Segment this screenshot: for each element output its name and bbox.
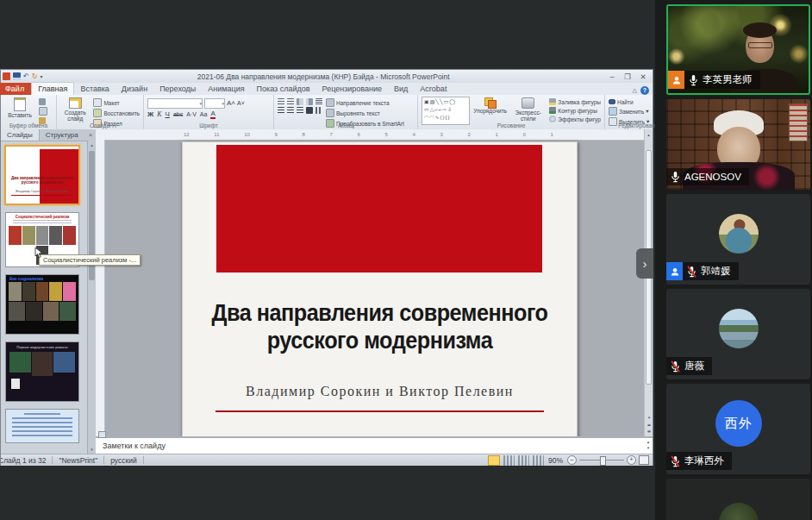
align-center-icon[interactable] [287,107,294,114]
status-language: русский [104,456,143,465]
participant-tile-4[interactable]: 唐薇 [666,289,810,379]
font-name-combo[interactable] [147,98,203,109]
change-case-button[interactable]: Aa [200,110,208,119]
slideshow-view-icon[interactable] [532,455,544,466]
tab-acrobat[interactable]: Acrobat [414,83,453,95]
tab-transitions[interactable]: Переходы [153,83,202,95]
italic-button[interactable]: К [157,110,161,119]
paste-button[interactable]: Вставить [4,97,35,122]
participant-tile-6[interactable] [666,479,810,520]
slide-sorter-view-icon[interactable] [503,455,515,466]
bullets-icon[interactable] [278,98,284,105]
shrink-font-icon[interactable]: A˅ [237,99,245,108]
participant-tile-5[interactable]: 西外 李琳西外 [666,384,810,474]
slide-thumbnail-5[interactable] [5,409,79,443]
participant-tile-1[interactable]: 李英男老师 [666,4,810,95]
slide-subtitle[interactable]: Владимир Сорокин и Виктор Пелевин [193,384,566,399]
tab-insert[interactable]: Вставка [74,83,115,95]
redo-icon[interactable]: ↻ [32,72,38,80]
minimize-button[interactable]: – [604,72,620,82]
title-bar[interactable]: ↶ ↻ ▾ 2021-06 Два направления модернизма… [1,70,653,83]
grow-font-icon[interactable]: A˄ [227,99,235,108]
replace-button[interactable]: Заменить ▾ [609,107,649,116]
undo-icon[interactable]: ↶ [23,72,29,80]
participant-name: 李琳西外 [684,454,724,467]
notes-placeholder[interactable]: Заметки к слайду [103,442,166,450]
font-size-combo[interactable] [204,98,225,109]
pane-splitter-grip[interactable] [98,431,106,438]
expand-panel-button[interactable]: › [636,248,653,279]
slide-title[interactable]: Два направления современного русского мо… [198,298,560,354]
quick-styles-button[interactable]: Экспресс-стили [510,97,546,122]
zoom-slider[interactable] [579,460,624,460]
fit-to-window-icon[interactable] [639,455,649,465]
participant-tile-2[interactable]: AGENOSOV [666,99,810,190]
zoom-out-button[interactable]: – [567,455,577,465]
help-icon[interactable]: ? [640,86,649,95]
normal-view-icon[interactable] [488,455,500,466]
cut-icon[interactable] [39,98,46,105]
scroll-down-icon[interactable]: ▾ [645,414,653,421]
shapes-gallery[interactable]: ▣▨╲╲▭◯▭△⌐⌐⇨⇩◠◠∿(){} [422,97,470,125]
arrange-button[interactable]: Упорядочить [473,97,507,122]
previous-slide-button[interactable]: ▴▴ [645,421,653,428]
tab-animations[interactable]: Анимация [202,83,250,95]
collapse-ribbon-icon[interactable]: △ [633,87,637,94]
save-icon[interactable] [13,72,21,80]
font-color-button[interactable]: A [210,110,215,119]
columns-icon[interactable] [315,107,322,114]
new-slide-icon [69,97,82,109]
main-scrollbar[interactable]: ▴ ▾ ▴▴ ▾▾ [644,129,653,436]
tab-slideshow[interactable]: Показ слайдов [251,83,316,95]
reading-view-icon[interactable] [517,455,529,466]
participant-tile-3[interactable]: 郭靖媛 [666,194,810,285]
align-right-icon[interactable] [297,107,303,114]
pane-tab-slides[interactable]: Слайды [1,129,40,141]
notes-pane[interactable]: Заметки к слайду ▴▾ [96,436,653,455]
shape-fill-button[interactable]: Заливка фигуры [549,98,601,105]
line-spacing-icon[interactable] [315,98,322,105]
pane-close-icon[interactable]: × [84,129,97,141]
tab-view[interactable]: Вид [388,83,414,95]
scroll-down-icon[interactable]: ▾ [88,445,96,454]
tab-home[interactable]: Главная [31,82,74,95]
tab-file[interactable]: Файл [0,83,31,95]
restore-button[interactable]: ❐ [620,72,635,82]
tab-review[interactable]: Рецензирование [316,83,389,95]
increase-indent-icon[interactable] [306,98,313,105]
layout-button[interactable]: Макет [93,98,140,107]
slide-canvas[interactable]: Два направления современного русского мо… [182,141,578,436]
copy-icon[interactable] [39,107,47,116]
slides-pane: Слайды Структура × Два направления совре… [1,129,97,454]
align-text-button[interactable]: Выровнять текст [326,109,404,117]
slides-pane-scrollbar[interactable]: ▴ ▾ [87,141,96,454]
underline-button[interactable]: Ч [166,110,170,119]
strikethrough-button[interactable]: abc [173,110,183,119]
zoom-slider-thumb[interactable] [600,456,606,466]
scroll-up-icon[interactable]: ▴ [88,141,96,149]
notes-scrollbar[interactable]: ▴▾ [645,439,652,451]
horizontal-ruler: 12 11 10 9 8 7 6 5 4 3 2 1 0 1 [96,129,645,141]
pane-tab-outline[interactable]: Структура [40,129,84,141]
bold-button[interactable]: Ж [147,110,153,119]
scroll-up-icon[interactable]: ▴ [645,129,653,140]
slide-thumbnail-1[interactable]: Два направления современного русского мо… [4,145,80,205]
slide-thumbnail-3[interactable]: Вне соцреализма [5,274,79,335]
align-left-icon[interactable] [278,107,284,114]
next-slide-button[interactable]: ▾▾ [645,428,653,435]
close-button[interactable]: ✕ [635,72,651,82]
numbering-icon[interactable] [287,98,294,105]
text-direction-button[interactable]: Направление текста [326,98,404,107]
character-spacing-icon[interactable]: A·V [186,110,197,119]
tab-design[interactable]: Дизайн [116,83,153,95]
new-slide-button[interactable]: Создать слайд [60,97,90,122]
decrease-indent-icon[interactable] [297,98,303,105]
find-button[interactable]: Найти [609,98,649,105]
shape-outline-button[interactable]: Контур фигуры [549,107,601,114]
slide-red-rectangle[interactable] [216,145,542,273]
justify-icon[interactable] [306,107,313,114]
shape-effects-button[interactable]: Эффекты фигур [549,116,601,122]
zoom-in-button[interactable]: + [627,455,636,465]
slide-thumbnail-4[interactable]: Первые модернистские романы [5,341,79,402]
reset-button[interactable]: Восстановить [93,109,140,117]
